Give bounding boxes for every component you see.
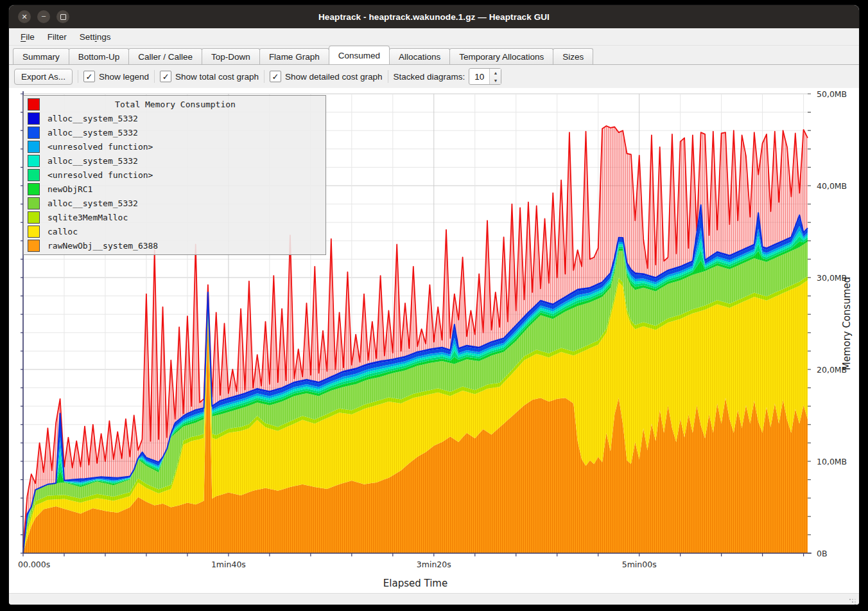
- menu-filter[interactable]: Filter: [41, 31, 73, 43]
- memory-consumption-chart: 0B10,0MB20,0MB30,0MB40,0MB50,0MB00.000s1…: [9, 88, 859, 593]
- stacked-diagrams-value[interactable]: 10: [469, 69, 489, 84]
- resize-grip-icon[interactable]: [849, 598, 856, 605]
- legend-label: alloc__system_5332: [48, 199, 138, 208]
- checkbox-checked-icon[interactable]: ✓: [270, 71, 281, 82]
- show-detailed-cost-checkbox[interactable]: ✓ Show detailed cost graph: [270, 71, 383, 82]
- x-tick-label: 3min20s: [417, 560, 451, 569]
- legend-item: alloc__system_5332: [24, 154, 326, 168]
- toolbar-separator: [388, 70, 388, 83]
- legend-label: alloc__system_5332: [48, 156, 138, 166]
- show-total-cost-checkbox[interactable]: ✓ Show total cost graph: [160, 71, 259, 82]
- export-as-button[interactable]: Export As...: [14, 69, 73, 85]
- legend-label: alloc__system_5332: [48, 128, 138, 137]
- legend-item: alloc__system_5332: [24, 125, 326, 139]
- legend-item: alloc__system_5332: [24, 196, 326, 210]
- close-icon[interactable]: ✕: [18, 10, 31, 23]
- tab-temporary-allocations[interactable]: Temporary Allocations: [449, 48, 553, 64]
- tab-summary[interactable]: Summary: [13, 48, 69, 64]
- spin-buttons: ▲ ▼: [489, 69, 501, 84]
- chart-legend: Total Memory Consumptionalloc__system_53…: [23, 95, 326, 255]
- legend-swatch-icon: [28, 183, 40, 195]
- show-total-cost-label: Show total cost graph: [175, 72, 259, 82]
- checkbox-checked-icon[interactable]: ✓: [160, 71, 171, 82]
- stacked-diagrams-label: Stacked diagrams:: [394, 72, 465, 82]
- status-bar: [9, 593, 859, 605]
- x-tick-label: 00.000s: [18, 560, 50, 569]
- legend-swatch-icon: [28, 127, 40, 139]
- toolbar-separator: [78, 70, 78, 83]
- legend-label: calloc: [48, 227, 78, 236]
- y-tick-label: 10,0MB: [817, 457, 847, 466]
- tab-top-down[interactable]: Top-Down: [202, 48, 260, 64]
- tab-consumed[interactable]: Consumed: [329, 46, 390, 64]
- tab-flame-graph[interactable]: Flame Graph: [259, 48, 329, 64]
- menu-bar: File Filter Settings: [9, 28, 859, 46]
- legend-swatch-icon: [28, 169, 40, 181]
- title-bar[interactable]: ✕ – Heaptrack - heaptrack.wakunode.1.gz …: [9, 5, 859, 28]
- legend-label: rawNewObj__system_6388: [48, 241, 158, 251]
- app-window: ✕ – Heaptrack - heaptrack.wakunode.1.gz …: [9, 5, 859, 605]
- minimize-icon[interactable]: –: [37, 10, 50, 23]
- legend-item: <unresolved function>: [24, 139, 326, 154]
- stacked-diagrams-spinbox[interactable]: 10 ▲ ▼: [469, 68, 501, 85]
- minimize-glyph: –: [42, 12, 46, 19]
- spin-down-icon[interactable]: ▼: [490, 76, 501, 84]
- y-tick-label: 50,0MB: [817, 89, 847, 99]
- legend-label: <unresolved function>: [48, 170, 153, 180]
- legend-label: alloc__system_5332: [48, 114, 138, 123]
- y-tick-label: 0B: [817, 549, 828, 558]
- stacked-diagrams-control: Stacked diagrams: 10 ▲ ▼: [394, 68, 502, 85]
- tab-bar: Summary Bottom-Up Caller / Callee Top-Do…: [9, 46, 859, 65]
- legend-swatch-icon: [28, 155, 40, 167]
- maximize-glyph: [60, 14, 66, 20]
- maximize-icon[interactable]: [56, 10, 69, 23]
- legend-swatch-icon: [28, 197, 40, 209]
- y-tick-label: 40,0MB: [817, 181, 847, 191]
- legend-label: sqlite3MemMalloc: [48, 213, 128, 222]
- toolbar-separator: [264, 70, 265, 83]
- tab-sizes[interactable]: Sizes: [553, 48, 593, 64]
- legend-swatch-icon: [28, 211, 40, 224]
- tab-bottom-up[interactable]: Bottom-Up: [69, 48, 130, 64]
- show-legend-checkbox[interactable]: ✓ Show legend: [83, 71, 149, 82]
- show-detailed-cost-label: Show detailed cost graph: [285, 72, 383, 82]
- toolbar-separator: [154, 70, 155, 83]
- menu-file[interactable]: File: [14, 31, 41, 43]
- legend-swatch-icon: [28, 98, 40, 111]
- x-tick-label: 1min40s: [211, 560, 246, 569]
- legend-item: sqlite3MemMalloc: [24, 210, 326, 224]
- window-title: Heaptrack - heaptrack.wakunode.1.gz — He…: [9, 12, 859, 22]
- tab-caller-callee[interactable]: Caller / Callee: [128, 48, 202, 64]
- legend-item: alloc__system_5332: [24, 111, 326, 125]
- legend-swatch-icon: [28, 240, 40, 252]
- legend-swatch-icon: [28, 141, 40, 153]
- legend-item: <unresolved function>: [24, 168, 326, 182]
- legend-label: <unresolved function>: [48, 142, 153, 152]
- legend-label: Total Memory Consumption: [48, 100, 303, 109]
- legend-title-row: Total Memory Consumption: [24, 97, 326, 111]
- legend-item: rawNewObj__system_6388: [24, 238, 326, 252]
- spin-up-icon[interactable]: ▲: [490, 69, 501, 76]
- x-axis-title: Elapsed Time: [383, 578, 447, 589]
- x-tick-label: 5min00s: [622, 560, 657, 569]
- legend-item: calloc: [24, 224, 326, 238]
- show-legend-label: Show legend: [99, 72, 149, 82]
- menu-settings[interactable]: Settings: [73, 31, 117, 43]
- toolbar: Export As... ✓ Show legend ✓ Show total …: [9, 65, 859, 88]
- legend-label: newObjRC1: [48, 184, 92, 194]
- legend-item: newObjRC1: [24, 182, 326, 196]
- y-axis-title: Memory Consumed: [841, 277, 853, 371]
- checkbox-checked-icon[interactable]: ✓: [83, 71, 95, 82]
- legend-swatch-icon: [28, 226, 40, 238]
- tab-allocations[interactable]: Allocations: [389, 48, 450, 64]
- legend-swatch-icon: [28, 112, 40, 125]
